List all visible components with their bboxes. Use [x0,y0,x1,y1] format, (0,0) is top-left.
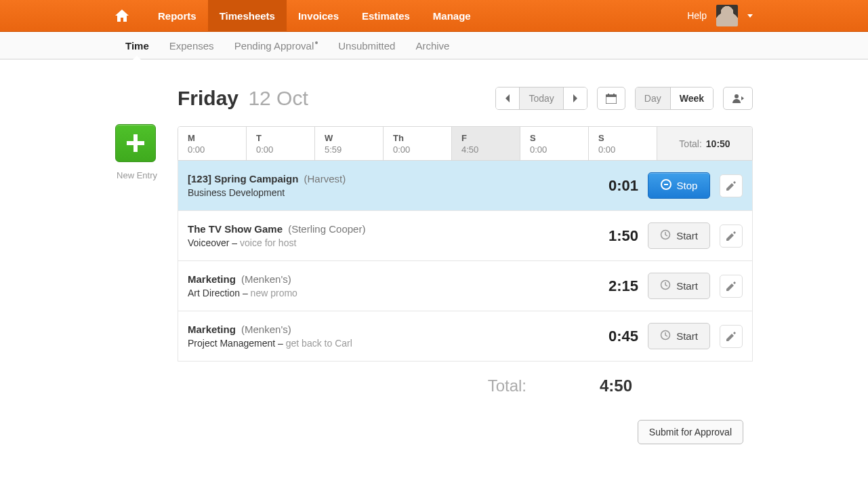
svg-point-9 [661,331,670,340]
home-icon[interactable] [115,9,129,22]
entry-task: Voiceover [188,237,229,248]
help-link[interactable]: Help [687,10,707,21]
nav-estimates[interactable]: Estimates [350,0,421,32]
avatar[interactable] [716,5,738,26]
new-entry-label: New Entry [115,170,159,180]
entry-duration: 0:01 [577,177,638,195]
sub-nav: TimeExpensesPending ApprovalUnsubmittedA… [0,32,868,60]
start-timer-button[interactable]: Start [648,273,710,299]
entry-project: Marketing [188,324,236,335]
pencil-icon [726,231,736,241]
subnav-unsubmitted[interactable]: Unsubmitted [328,32,405,60]
entry-client: (Menken's) [241,273,291,285]
entry-project: Marketing [188,273,236,285]
nav-timesheets[interactable]: Timesheets [208,0,287,32]
prev-day-button[interactable] [496,87,519,109]
entry-note: voice for host [240,237,296,248]
chevron-right-icon [573,94,578,102]
svg-rect-0 [606,95,617,104]
time-entry: Marketing (Menken's)Project Management –… [178,311,752,362]
entry-duration: 1:50 [577,227,638,245]
today-button[interactable]: Today [519,87,562,109]
svg-rect-6 [664,184,668,185]
day-cell-f[interactable]: F4:50 [452,127,520,160]
stop-timer-button[interactable]: Stop [648,172,710,199]
teammates-button[interactable] [723,87,753,110]
time-entry: [123] Spring Campaign (Harvest)Business … [178,161,752,211]
start-timer-button[interactable]: Start [648,323,710,349]
week-strip: M0:00T0:00W5:59Th0:00F4:50S0:00S0:00Tota… [178,126,753,161]
subnav-archive[interactable]: Archive [405,32,459,60]
day-cell-m[interactable]: M0:00 [178,127,247,160]
edit-entry-button[interactable] [720,275,743,298]
day-cell-s[interactable]: S0:00 [520,127,589,160]
clock-icon [660,330,671,343]
day-cell-th[interactable]: Th0:00 [384,127,452,160]
entry-note: new promo [251,288,297,298]
submit-for-approval-button[interactable]: Submit for Approval [638,420,743,444]
week-view-button[interactable]: Week [670,87,713,109]
svg-point-4 [735,94,739,98]
user-menu-caret-icon[interactable] [747,14,753,18]
pencil-icon [726,181,736,191]
pencil-icon [726,281,736,291]
pending-indicator-icon [315,41,318,44]
nav-manage[interactable]: Manage [421,0,482,32]
new-entry-button[interactable] [115,124,156,162]
clock-icon [660,279,671,292]
day-cell-t[interactable]: T0:00 [247,127,315,160]
entry-task: Business Development [188,187,285,198]
entry-task: Project Management [188,338,275,349]
entry-note: get back to Carl [286,338,352,349]
day-total-row: Total: 4:50 [178,362,753,395]
calendar-icon [606,94,617,104]
person-switch-icon [732,94,744,103]
pencil-icon [726,332,736,341]
entry-client: (Menken's) [241,324,291,335]
week-total-cell: Total:10:50 [657,127,752,160]
nav-reports[interactable]: Reports [146,0,208,32]
clock-icon [660,229,671,242]
day-total-value: 4:50 [571,376,632,395]
view-toggle-group: Day Week [635,87,714,110]
calendar-button[interactable] [597,87,625,110]
entry-client: (Harvest) [304,173,346,184]
entry-duration: 0:45 [577,328,638,345]
entries-list: [123] Spring Campaign (Harvest)Business … [178,161,753,362]
top-nav: ReportsTimesheetsInvoicesEstimatesManage… [0,0,868,32]
svg-rect-3 [613,94,615,96]
day-cell-s[interactable]: S0:00 [589,127,657,160]
svg-rect-1 [606,95,617,97]
date-label: 12 Oct [248,87,308,109]
svg-point-5 [661,180,671,189]
edit-entry-button[interactable] [720,325,743,348]
nav-invoices[interactable]: Invoices [287,0,350,32]
time-entry: Marketing (Menken's)Art Direction – new … [178,261,752,311]
subnav-expenses[interactable]: Expenses [159,32,224,60]
day-total-label: Total: [488,376,526,395]
entry-project: The TV Show Game [188,223,283,235]
next-day-button[interactable] [563,87,587,109]
day-name: Friday [178,87,239,109]
svg-point-8 [661,281,670,290]
day-cell-w[interactable]: W5:59 [315,127,384,160]
page-title: Friday 12 Oct [178,87,308,110]
entry-client: (Sterling Cooper) [288,223,365,235]
day-view-button[interactable]: Day [636,87,670,109]
edit-entry-button[interactable] [720,225,743,248]
chevron-left-icon [505,94,510,102]
date-nav-group: Today [495,87,587,110]
stop-icon [661,179,671,192]
start-timer-button[interactable]: Start [648,222,710,249]
entry-project: [123] Spring Campaign [188,173,298,184]
svg-rect-2 [608,94,609,96]
entry-duration: 2:15 [577,277,638,295]
subnav-pending-approval[interactable]: Pending Approval [224,32,329,60]
time-entry: The TV Show Game (Sterling Cooper)Voiceo… [178,211,752,261]
svg-point-7 [661,231,670,239]
entry-task: Art Direction [188,288,240,298]
subnav-time[interactable]: Time [115,32,159,60]
edit-entry-button[interactable] [720,174,743,197]
